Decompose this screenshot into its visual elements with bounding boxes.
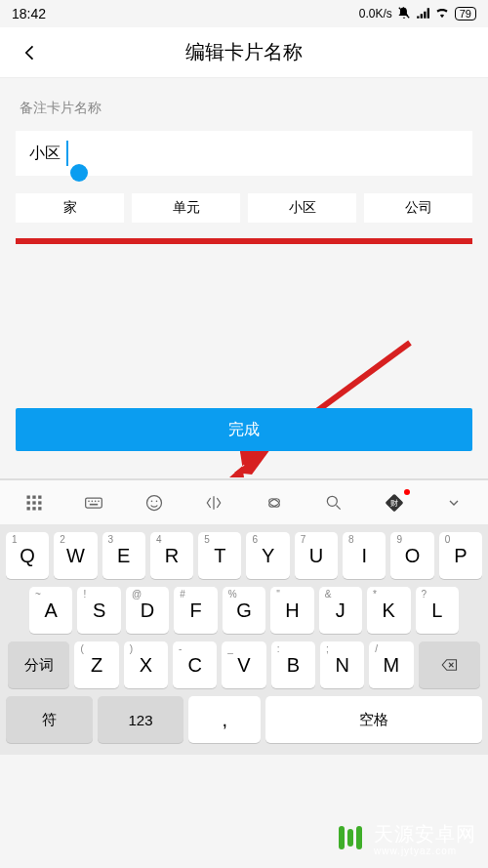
svg-point-15: [88, 500, 90, 502]
battery-icon: 79: [455, 7, 476, 21]
svg-point-16: [92, 500, 94, 502]
key-l[interactable]: ?L: [416, 587, 459, 634]
key-f[interactable]: #F: [174, 587, 217, 634]
svg-rect-19: [90, 503, 98, 505]
svg-line-26: [337, 505, 341, 509]
key-row-2: ~A !S @D #F %G "H &J *K ?L: [4, 587, 484, 634]
key-p[interactable]: 0P: [439, 532, 482, 579]
key-space[interactable]: 空格: [265, 696, 482, 743]
input-wrapper: [16, 131, 472, 176]
svg-point-25: [328, 496, 338, 506]
suggestion-company[interactable]: 公司: [364, 193, 472, 223]
key-z[interactable]: (Z: [74, 641, 118, 688]
virtual-keyboard: 1Q 2W 3E 4R 5T 6Y 7U 8I 9O 0P ~A !S @D #…: [0, 524, 488, 755]
key-row-4: 符 123 , 空格: [4, 696, 484, 743]
keyboard-switch-icon[interactable]: [76, 485, 111, 520]
key-r[interactable]: 4R: [150, 532, 193, 579]
cursor-move-icon[interactable]: [196, 485, 231, 520]
suggestion-unit[interactable]: 单元: [132, 193, 240, 223]
clipboard-icon[interactable]: [257, 485, 292, 520]
search-icon[interactable]: [316, 485, 351, 520]
done-button[interactable]: 完成: [16, 408, 472, 451]
svg-point-22: [155, 500, 157, 502]
status-right: 0.0K/s 79: [359, 6, 476, 22]
key-d[interactable]: @D: [126, 587, 169, 634]
key-i[interactable]: 8I: [343, 532, 386, 579]
collapse-icon[interactable]: [436, 485, 471, 520]
svg-rect-14: [86, 498, 102, 508]
svg-rect-6: [32, 495, 35, 498]
key-row-1: 1Q 2W 3E 4R 5T 6Y 7U 8I 9O 0P: [4, 532, 484, 579]
wifi-icon: [434, 6, 450, 22]
cursor-handle[interactable]: [70, 164, 88, 182]
keyboard-toolbar: 财: [0, 479, 488, 524]
watermark-name: 天源安卓网: [374, 822, 476, 846]
finance-icon[interactable]: 财: [377, 485, 412, 520]
key-j[interactable]: &J: [319, 587, 362, 634]
svg-rect-7: [38, 495, 41, 498]
grid-icon[interactable]: [17, 485, 52, 520]
watermark-domain: www.jytyaz.com: [374, 846, 457, 857]
key-split-word[interactable]: 分词: [8, 641, 69, 688]
key-u[interactable]: 7U: [295, 532, 338, 579]
key-b[interactable]: :B: [271, 641, 315, 688]
suggestion-row: 家 单元 小区 公司: [16, 193, 472, 223]
key-comma[interactable]: ,: [188, 696, 261, 743]
net-speed: 0.0K/s: [359, 7, 392, 21]
key-n[interactable]: ;N: [320, 641, 364, 688]
key-s[interactable]: !S: [77, 587, 120, 634]
back-button[interactable]: [16, 38, 45, 67]
emoji-icon[interactable]: [137, 485, 172, 520]
key-c[interactable]: -C: [173, 641, 217, 688]
svg-point-21: [150, 500, 152, 502]
key-h[interactable]: "H: [270, 587, 313, 634]
key-o[interactable]: 9O: [390, 532, 433, 579]
key-e[interactable]: 3E: [102, 532, 145, 579]
suggestion-community[interactable]: 小区: [248, 193, 356, 223]
key-q[interactable]: 1Q: [6, 532, 49, 579]
svg-rect-5: [26, 495, 29, 498]
key-a[interactable]: ~A: [29, 587, 72, 634]
suggestion-home[interactable]: 家: [16, 193, 124, 223]
page-title: 编辑卡片名称: [45, 39, 443, 65]
key-row-3: 分词 (Z )X -C _V :B ;N /M: [4, 641, 484, 688]
svg-point-20: [146, 495, 161, 510]
section-label: 备注卡片名称: [16, 100, 472, 117]
svg-rect-12: [32, 507, 35, 510]
key-backspace[interactable]: [419, 641, 480, 688]
text-cursor: [66, 141, 68, 166]
svg-point-18: [98, 500, 100, 502]
key-w[interactable]: 2W: [54, 532, 97, 579]
key-k[interactable]: *K: [367, 587, 410, 634]
key-t[interactable]: 5T: [198, 532, 241, 579]
dnd-icon: [397, 6, 411, 22]
key-symbols[interactable]: 符: [6, 696, 93, 743]
watermark-overlay: 天源安卓网 www.jytyaz.com: [0, 811, 488, 868]
watermark-logo: [339, 826, 366, 853]
annotation-line: [16, 238, 472, 244]
svg-rect-11: [26, 507, 29, 510]
key-x[interactable]: )X: [124, 641, 168, 688]
content-area: 备注卡片名称 家 单元 小区 公司 完成: [0, 78, 488, 478]
status-time: 18:42: [12, 6, 46, 21]
status-bar: 18:42 0.0K/s 79: [0, 0, 488, 27]
key-m[interactable]: /M: [369, 641, 413, 688]
svg-text:财: 财: [390, 498, 398, 507]
svg-rect-10: [38, 501, 41, 504]
svg-rect-13: [38, 507, 41, 510]
key-numbers[interactable]: 123: [98, 696, 184, 743]
key-g[interactable]: %G: [223, 587, 265, 634]
svg-rect-9: [32, 501, 35, 504]
svg-rect-8: [26, 501, 29, 504]
svg-point-17: [95, 500, 97, 502]
nav-bar: 编辑卡片名称: [0, 27, 488, 78]
signal-icon: [416, 6, 429, 22]
key-v[interactable]: _V: [222, 641, 265, 688]
key-y[interactable]: 6Y: [246, 532, 289, 579]
